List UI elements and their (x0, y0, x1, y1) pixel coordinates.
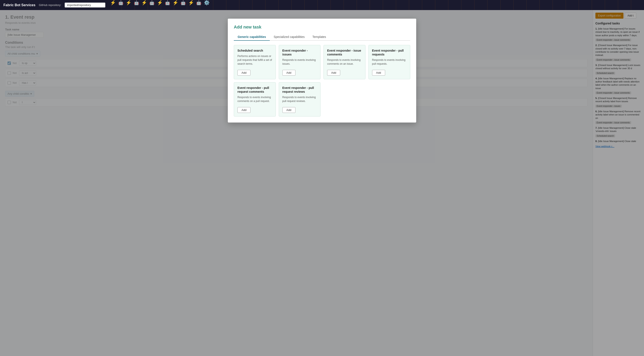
card-add-button-2[interactable]: Add (327, 70, 340, 76)
repo-input[interactable] (65, 3, 105, 8)
card-add-button-3[interactable]: Add (372, 70, 385, 76)
tab-specialized-capabilities[interactable]: Specialized capabilities (270, 34, 308, 41)
card-title: Event responder - pull requests (372, 49, 407, 56)
card-4: Event responder - pull request comments … (234, 82, 276, 117)
modal-overlay: Add new task Generic capabilitiesSpecial… (0, 10, 644, 356)
modal-tabs: Generic capabilitiesSpecialized capabili… (234, 34, 410, 41)
card-1: Event responder - issues Responds to eve… (279, 45, 321, 79)
card-add-button-0[interactable]: Add (238, 70, 250, 76)
brand-title: Fabric Bot Services (4, 3, 35, 7)
card-desc: Responds to events involving comments on… (238, 95, 272, 103)
cards-grid: Scheduled search Performs actions on iss… (234, 45, 410, 117)
card-title: Event responder - pull request comments (238, 86, 272, 94)
modal-title: Add new task (234, 25, 410, 30)
header: Fabric Bot Services GitHub repository: ⚡… (0, 0, 644, 10)
card-add-button-1[interactable]: Add (282, 70, 296, 76)
add-new-task-modal: Add new task Generic capabilitiesSpecial… (228, 19, 416, 123)
tab-templates[interactable]: Templates (308, 34, 330, 41)
card-title: Event responder - issue comments (327, 49, 362, 56)
card-2: Event responder - issue comments Respond… (324, 45, 366, 79)
card-5: Event responder - pull request reviews R… (279, 82, 321, 117)
repo-label: GitHub repository: (39, 4, 61, 7)
card-desc: Performs actions on issues or pull reque… (238, 54, 272, 66)
card-0: Scheduled search Performs actions on iss… (234, 45, 276, 79)
card-title: Event responder - pull request reviews (282, 86, 317, 94)
tab-generic-capabilities[interactable]: Generic capabilities (234, 34, 270, 41)
card-add-button-5[interactable]: Add (282, 107, 296, 113)
card-desc: Responds to events involving pull reques… (282, 95, 317, 103)
card-3: Event responder - pull requests Responds… (368, 45, 410, 79)
card-desc: Responds to events involving pull reques… (372, 58, 407, 66)
card-title: Event responder - issues (282, 49, 317, 56)
card-add-button-4[interactable]: Add (238, 107, 250, 113)
header-decor: ⚡ 🤖 ⚡ 🤖 ⚡ 🤖 ⚡ 🤖 ⚡ 🤖 ⚡ 🤖 ⚙️ (109, 0, 640, 10)
card-desc: Responds to events involving issues. (282, 58, 317, 66)
card-desc: Responds to events involving comments on… (327, 58, 362, 66)
card-title: Scheduled search (238, 49, 272, 53)
